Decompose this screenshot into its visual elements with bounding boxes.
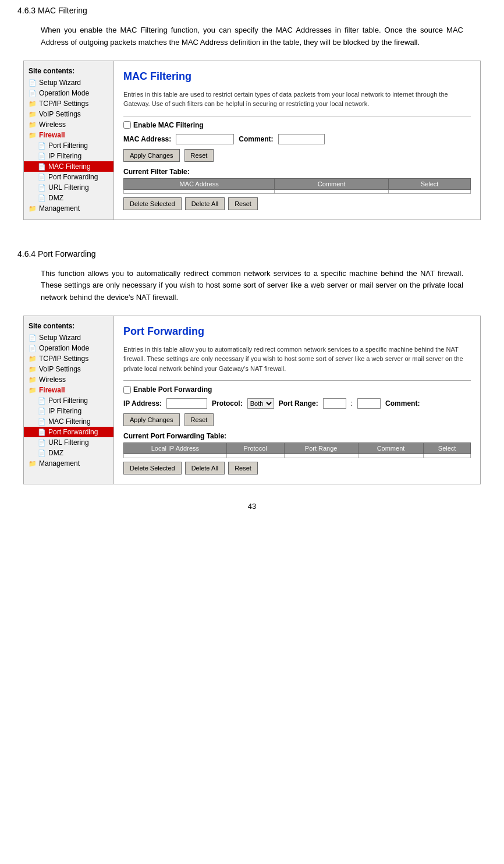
sidebar-item-tcpip-1[interactable]: TCP/IP Settings	[24, 98, 113, 109]
mac-filtering-title: MAC Filtering	[123, 70, 471, 83]
td-local-ip	[124, 454, 227, 458]
sidebar-label: Setup Wizard	[39, 79, 81, 87]
sidebar-item-firewall-2[interactable]: Firewall	[24, 385, 113, 395]
sidebar-item-operation-mode-2[interactable]: Operation Mode	[24, 343, 113, 353]
sidebar-label: MAC Filtering	[48, 162, 91, 171]
delete-selected-btn-2[interactable]: Delete Selected	[123, 462, 182, 475]
delete-selected-btn-1[interactable]: Delete Selected	[123, 197, 182, 210]
sidebar1-title: Site contents:	[24, 65, 113, 77]
delete-all-btn-1[interactable]: Delete All	[185, 197, 225, 210]
th-comment-2: Comment	[358, 443, 423, 454]
pf-table-buttons: Delete Selected Delete All Reset	[123, 462, 471, 475]
sidebar-label: Wireless	[39, 121, 66, 129]
sidebar-item-management-1[interactable]: Management	[24, 203, 113, 214]
sidebar-item-operation-mode-1[interactable]: Operation Mode	[24, 88, 113, 98]
sidebar-item-port-filtering-1[interactable]: Port Filtering	[24, 140, 113, 151]
reset-btn-2[interactable]: Reset	[184, 413, 214, 426]
sidebar-item-wireless-1[interactable]: Wireless	[24, 119, 113, 130]
pf-params-row: IP Address: Protocol: Both TCP UDP Port …	[123, 398, 471, 409]
divider1	[123, 116, 471, 116]
sidebar-item-mac-filtering-1[interactable]: MAC Filtering	[24, 161, 113, 172]
doc-icon	[38, 183, 46, 192]
sidebar-label: Management	[39, 204, 80, 213]
section1-heading: 4.6.3 MAC Filtering	[17, 6, 487, 15]
mac-address-row: MAC Address: Comment:	[123, 134, 471, 144]
td-protocol	[226, 454, 284, 458]
doc-icon	[29, 89, 37, 97]
reset2-btn-1[interactable]: Reset	[228, 197, 258, 210]
delete-all-btn-2[interactable]: Delete All	[185, 462, 225, 475]
sidebar-item-dmz-1[interactable]: DMZ	[24, 193, 113, 203]
sidebar-label: DMZ	[48, 449, 63, 457]
port-forwarding-desc: Entries in this table allow you to autom…	[123, 345, 471, 374]
comment-input-1[interactable]	[278, 134, 325, 144]
protocol-select[interactable]: Both TCP UDP	[247, 398, 274, 409]
doc-icon	[38, 407, 46, 415]
sidebar-label: DMZ	[48, 194, 63, 202]
sidebar-item-url-filtering-2[interactable]: URL Filtering	[24, 437, 113, 448]
pf-table-label: Current Port Forwarding Table:	[123, 432, 471, 440]
enable-pf-checkbox[interactable]	[123, 386, 131, 394]
doc-icon	[29, 79, 37, 87]
sidebar-item-url-filtering-1[interactable]: URL Filtering	[24, 182, 113, 193]
gap1	[17, 238, 487, 249]
folder-icon	[29, 459, 37, 468]
enable-mac-checkbox[interactable]	[123, 121, 131, 129]
td-comment	[358, 454, 423, 458]
mac-address-input[interactable]	[176, 134, 234, 144]
sidebar-item-management-2[interactable]: Management	[24, 458, 113, 469]
ip-label-2: IP Address:	[123, 399, 162, 408]
reset2-btn-2[interactable]: Reset	[228, 462, 258, 475]
sidebar-item-voip-2[interactable]: VoIP Settings	[24, 364, 113, 374]
th-select-2: Select	[424, 443, 471, 454]
sidebar-item-firewall-1[interactable]: Firewall	[24, 130, 113, 140]
sidebar-item-setup-wizard-2[interactable]: Setup Wizard	[24, 332, 113, 343]
port-range-end[interactable]	[357, 398, 381, 409]
page-number: 43	[17, 502, 487, 511]
sidebar-item-ip-filtering-1[interactable]: IP Filtering	[24, 151, 113, 161]
sidebar-label: Firewall	[39, 131, 65, 139]
comment-label-2: Comment:	[385, 399, 420, 408]
sidebar-item-port-filtering-2[interactable]: Port Filtering	[24, 395, 113, 406]
reset-btn-1[interactable]: Reset	[184, 149, 214, 162]
th-mac-address: MAC Address	[124, 178, 275, 189]
ip-input-2[interactable]	[166, 398, 207, 409]
doc-icon	[29, 344, 37, 352]
port-forwarding-panel: Site contents: Setup Wizard Operation Mo…	[23, 316, 481, 485]
enable-pf-text: Enable Port Forwarding	[133, 385, 212, 394]
mac-table-label: Current Filter Table:	[123, 168, 471, 176]
sidebar-item-setup-wizard-1[interactable]: Setup Wizard	[24, 77, 113, 88]
mac-filtering-content: MAC Filtering Entries in this table are …	[114, 61, 480, 219]
sidebar-label: Operation Mode	[39, 89, 89, 97]
port-range-start[interactable]	[323, 398, 346, 409]
th-protocol-2: Protocol	[226, 443, 284, 454]
td-comment	[275, 189, 389, 193]
sidebar-item-tcpip-2[interactable]: TCP/IP Settings	[24, 353, 113, 364]
sidebar-label: Operation Mode	[39, 344, 89, 352]
apply-changes-btn-1[interactable]: Apply Changes	[123, 149, 180, 162]
range-separator: :	[351, 399, 353, 408]
enable-pf-label[interactable]: Enable Port Forwarding	[123, 385, 212, 394]
apply-changes-btn-2[interactable]: Apply Changes	[123, 413, 180, 426]
th-local-ip: Local IP Address	[124, 443, 227, 454]
th-comment-1: Comment	[275, 178, 389, 189]
sidebar-item-wireless-2[interactable]: Wireless	[24, 374, 113, 385]
doc-icon	[38, 438, 46, 447]
sidebar-item-ip-filtering-2[interactable]: IP Filtering	[24, 406, 113, 416]
sidebar-label: MAC Filtering	[48, 417, 91, 426]
sidebar2: Site contents: Setup Wizard Operation Mo…	[24, 316, 114, 484]
doc-icon	[38, 449, 46, 457]
sidebar-label: Management	[39, 459, 80, 468]
enable-mac-row: Enable MAC Filtering	[123, 121, 471, 129]
section2-heading: 4.6.4 Port Forwarding	[17, 249, 487, 259]
folder-icon	[29, 355, 37, 363]
sidebar-label: URL Filtering	[48, 438, 89, 447]
enable-mac-label[interactable]: Enable MAC Filtering	[123, 121, 204, 129]
sidebar-item-dmz-2[interactable]: DMZ	[24, 448, 113, 458]
sidebar-item-port-forwarding-2[interactable]: Port Forwarding	[24, 427, 113, 437]
folder-icon	[29, 386, 37, 394]
sidebar-item-voip-1[interactable]: VoIP Settings	[24, 109, 113, 119]
sidebar-item-mac-filtering-2[interactable]: MAC Filtering	[24, 416, 113, 427]
sidebar-item-port-forwarding-1[interactable]: Port Forwarding	[24, 172, 113, 182]
doc-icon	[38, 194, 46, 202]
